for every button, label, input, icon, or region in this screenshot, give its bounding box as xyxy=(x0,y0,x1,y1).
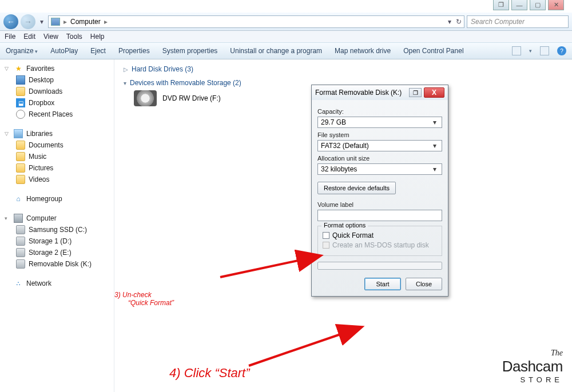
volume-label-input[interactable] xyxy=(317,210,442,221)
forward-button[interactable]: → xyxy=(21,14,35,29)
sidebar-item-documents[interactable]: Documents xyxy=(5,139,114,151)
search-input[interactable]: Search Computer xyxy=(467,15,569,28)
drive-icon xyxy=(16,237,25,246)
sidebar-item-dropbox[interactable]: ⬓Dropbox xyxy=(5,97,114,109)
command-bar: Organize AutoPlay Eject Properties Syste… xyxy=(0,42,572,59)
drive-icon xyxy=(16,225,25,234)
start-button[interactable]: Start xyxy=(364,278,401,290)
open-control-panel-button[interactable]: Open Control Panel xyxy=(403,47,463,55)
sidebar-item-videos[interactable]: Videos xyxy=(5,174,114,185)
breadcrumb-computer[interactable]: Computer xyxy=(70,18,101,26)
star-icon: ★ xyxy=(14,64,23,73)
network-icon: ⛬ xyxy=(14,279,23,288)
folder-icon xyxy=(16,152,25,161)
sidebar-item-drive-d[interactable]: Storage 1 (D:) xyxy=(5,235,114,247)
homegroup-icon: ⌂ xyxy=(14,194,23,203)
svg-line-0 xyxy=(220,256,319,277)
window-close-button[interactable]: ✕ xyxy=(548,0,564,10)
usb-drive-icon xyxy=(16,259,25,269)
annotation-step-3: 3) Un-check “Quick Format” xyxy=(114,291,174,307)
capacity-select[interactable]: 29.7 GB▾ xyxy=(317,117,442,128)
sidebar-item-drive-c[interactable]: Samsung SSD (C:) xyxy=(5,224,114,235)
sidebar-item-downloads[interactable]: Downloads xyxy=(5,86,114,97)
autoplay-button[interactable]: AutoPlay xyxy=(50,47,78,55)
drive-item-dvd[interactable]: DVD RW Drive (F:) xyxy=(134,90,221,106)
dialog-caption-icon[interactable]: ❐ xyxy=(409,88,422,97)
computer-icon xyxy=(14,214,23,223)
annotation-arrow-icon xyxy=(246,323,366,369)
msdos-checkbox: Create an MS-DOS startup disk xyxy=(323,241,437,249)
format-progress-bar xyxy=(317,262,442,270)
format-dialog: Format Removable Disk (K:) ❐ X Capacity:… xyxy=(311,85,448,297)
help-icon[interactable]: ? xyxy=(557,46,566,55)
recent-icon xyxy=(16,110,25,119)
filesystem-select[interactable]: FAT32 (Default)▾ xyxy=(317,140,442,151)
drive-icon xyxy=(16,248,25,257)
sidebar-item-music[interactable]: Music xyxy=(5,151,114,162)
system-properties-button[interactable]: System properties xyxy=(162,47,218,55)
menu-bar: File Edit View Tools Help xyxy=(0,31,572,42)
svg-line-1 xyxy=(249,327,360,366)
close-button[interactable]: Close xyxy=(406,278,442,290)
maximize-button[interactable]: ▢ xyxy=(530,0,546,10)
eject-button[interactable]: Eject xyxy=(90,47,106,55)
desktop-icon xyxy=(16,75,25,85)
history-chevron-icon[interactable]: ▾ xyxy=(38,18,46,26)
folder-icon xyxy=(16,141,25,150)
preview-pane-icon[interactable] xyxy=(540,46,549,55)
quick-format-checkbox[interactable]: Quick Format xyxy=(323,231,437,239)
dvd-drive-icon xyxy=(134,90,157,106)
search-placeholder: Search Computer xyxy=(471,18,525,26)
menu-view[interactable]: View xyxy=(43,33,58,41)
sidebar-libraries[interactable]: ▽Libraries xyxy=(5,128,114,139)
chevron-down-icon: ▾ xyxy=(431,165,439,173)
caption-dual-icon[interactable]: ❐ xyxy=(493,0,509,10)
group-hard-disk-drives[interactable]: ▷Hard Disk Drives (3) xyxy=(124,65,563,73)
format-options-group: Format options Quick Format Create an MS… xyxy=(317,226,442,256)
breadcrumb-chevron-icon: ▸ xyxy=(104,18,108,26)
folder-icon xyxy=(16,175,25,184)
sidebar-network[interactable]: ⛬Network xyxy=(5,278,114,289)
dropbox-icon: ⬓ xyxy=(16,98,25,107)
menu-file[interactable]: File xyxy=(5,33,15,41)
collapse-icon: ▷ xyxy=(124,66,128,73)
sidebar-item-pictures[interactable]: Pictures xyxy=(5,162,114,174)
menu-help[interactable]: Help xyxy=(90,33,105,41)
properties-button[interactable]: Properties xyxy=(118,47,150,55)
expand-icon: ▾ xyxy=(124,80,126,86)
menu-tools[interactable]: Tools xyxy=(66,33,82,41)
filesystem-label: File system xyxy=(317,131,442,138)
navigation-pane: ▽★Favorites Desktop Downloads ⬓Dropbox R… xyxy=(0,59,114,392)
format-options-legend: Format options xyxy=(321,222,368,229)
refresh-icon[interactable]: ↻ xyxy=(456,18,462,26)
address-bar[interactable]: ▸ Computer ▸ ▾ ↻ xyxy=(48,15,464,28)
menu-edit[interactable]: Edit xyxy=(23,33,35,41)
window-caption-buttons: ❐ — ▢ ✕ xyxy=(493,0,564,10)
dialog-close-button[interactable]: X xyxy=(424,87,444,98)
annotation-step-4: 4) Click “Start” xyxy=(169,366,250,380)
sidebar-computer[interactable]: ▾Computer xyxy=(5,213,114,224)
sidebar-item-drive-k[interactable]: Removable Disk (K:) xyxy=(5,258,114,270)
map-network-drive-button[interactable]: Map network drive xyxy=(335,47,391,55)
view-mode-icon[interactable] xyxy=(512,46,521,55)
back-button[interactable]: ← xyxy=(3,14,18,29)
dialog-titlebar[interactable]: Format Removable Disk (K:) ❐ X xyxy=(312,85,448,100)
annotation-arrow-icon xyxy=(217,251,326,280)
libraries-icon xyxy=(14,129,23,138)
volume-label-label: Volume label xyxy=(317,201,442,208)
uninstall-button[interactable]: Uninstall or change a program xyxy=(230,47,322,55)
minimize-button[interactable]: — xyxy=(511,0,527,10)
address-dropdown-icon[interactable]: ▾ xyxy=(448,18,451,26)
sidebar-item-desktop[interactable]: Desktop xyxy=(5,74,114,86)
explorer-navbar: ← → ▾ ▸ Computer ▸ ▾ ↻ Search Computer xyxy=(0,13,572,31)
organize-button[interactable]: Organize xyxy=(6,47,38,55)
sidebar-homegroup[interactable]: ⌂Homegroup xyxy=(5,193,114,205)
restore-defaults-button[interactable]: Restore device defaults xyxy=(317,182,396,194)
checkbox-icon xyxy=(323,242,329,249)
allocation-select[interactable]: 32 kilobytes▾ xyxy=(317,163,442,175)
capacity-label: Capacity: xyxy=(317,108,442,115)
sidebar-favorites[interactable]: ▽★Favorites xyxy=(5,63,114,74)
sidebar-item-drive-e[interactable]: Storage 2 (E:) xyxy=(5,247,114,258)
sidebar-item-recent[interactable]: Recent Places xyxy=(5,109,114,120)
view-mode-chevron-icon[interactable]: ▾ xyxy=(529,48,532,54)
